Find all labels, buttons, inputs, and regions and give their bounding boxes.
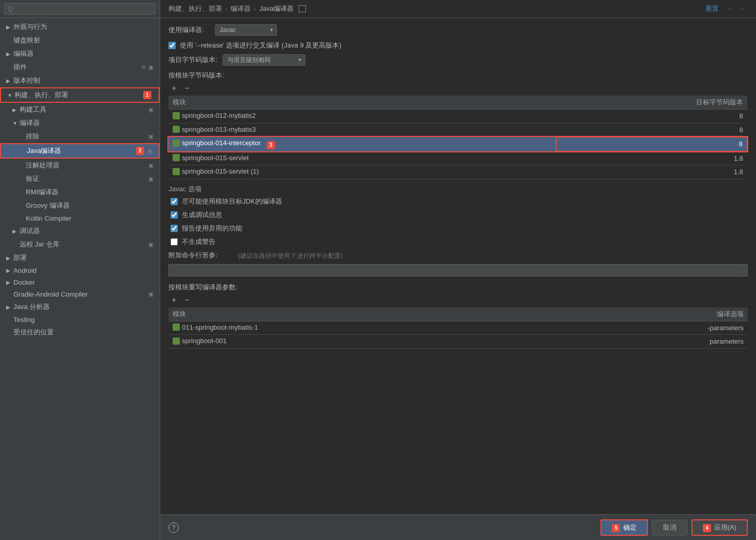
expand-arrow: ▶ [6,268,13,273]
table-row[interactable]: springboot-013-mybatis3 8 [168,123,747,137]
content-body: 使用编译器: Javac 使用 '--release' 选项进行交叉编译 (Ja… [160,18,756,514]
breadcrumb-part-1: 构建、执行、部署 [168,4,222,13]
sidebar-item-gradle-android[interactable]: Gradle-Android Compiler ▣ [0,288,160,300]
sidebar-item-label: Kotlin Compiler [26,214,153,222]
additional-params-label: 附加命令行形参: [168,251,218,260]
sidebar-item-validation[interactable]: 验证 ▣ [0,172,160,186]
bytecode-cell: 1.8 [556,151,747,165]
sidebar-item-label: RMI编译器 [26,188,153,197]
help-button[interactable]: ? [168,522,179,533]
sidebar-item-label: 受信任的位置 [13,328,153,337]
nav-forward-button[interactable]: → [737,5,748,13]
javac-option-label-2: 报告使用弃用的功能 [182,224,242,233]
nav-back-button[interactable]: ← [725,5,735,13]
search-input[interactable] [4,3,156,14]
sidebar-item-groovy-compiler[interactable]: Groovy 编译器 [0,199,160,212]
breadcrumb-part-3: Java编译器 [259,4,294,13]
sidebar-item-remote-jar[interactable]: 远程 Jar 仓库 ▣ [0,238,160,251]
override-row[interactable]: springboot-001 parameters [168,335,748,349]
override-module-cell: 011-springboot-mybatis-1 [168,321,561,335]
sidebar-item-label: Testing [13,316,153,323]
override-options-cell: parameters [561,335,748,349]
table-row[interactable]: springboot-015-servlet 1.8 [168,151,747,165]
override-module-icon: springboot-001 [173,337,227,345]
remove-module-button[interactable]: − [181,83,192,94]
badge-3: 3 [267,141,275,149]
mod-icon [173,112,180,119]
javac-option-row-0: 尽可能使用模块目标JDK的编译器 [171,197,748,206]
expand-icon: ⤢ [742,269,746,274]
settings-icon: ▣ [148,241,153,248]
module-icon: springboot-014-interceptor [173,139,260,147]
javac-option-row-3: 不生成警告 [171,237,748,246]
sidebar-item-java-analyzer[interactable]: ▶ Java 分析器 [0,300,160,314]
bytecode-select[interactable]: 与语言级别相同 [223,54,305,66]
cross-compile-checkbox[interactable] [168,42,176,49]
sidebar-item-android[interactable]: ▶ Android [0,265,160,276]
module-cell: springboot-014-interceptor 3 [168,137,556,152]
javac-option-checkbox-3[interactable] [171,238,178,245]
params-input[interactable] [168,264,748,276]
bytecode-cell: 8 [556,137,747,152]
sidebar-item-deployment[interactable]: ▶ 部署 [0,251,160,265]
sidebar-item-label: 远程 Jar 仓库 [20,240,146,249]
sidebar-item-exclude[interactable]: 排除 ▣ [0,130,160,143]
cancel-button[interactable]: 取消 [652,520,687,535]
javac-section-title: Javac 选项 [168,184,748,194]
table-row-selected[interactable]: springboot-014-interceptor 3 8 [168,137,747,152]
module-cell: springboot-013-mybatis3 [168,123,556,137]
sidebar-item-build-tools[interactable]: ▶ 构建工具 ▣ [0,103,160,116]
sidebar-item-trusted-locations[interactable]: 受信任的位置 [0,326,160,339]
sidebar-item-docker[interactable]: ▶ Docker [0,276,160,288]
module-icon: springboot-015-servlet [173,154,249,162]
javac-option-checkbox-0[interactable] [171,198,178,205]
breadcrumb-part-2: 编译器 [230,4,251,13]
table-row[interactable]: springboot-012-mybatis2 8 [168,110,747,124]
compiler-select[interactable]: Javac [215,24,277,36]
apply-button[interactable]: 4 应用(A) [691,519,748,536]
javac-option-checkbox-2[interactable] [171,225,178,232]
content-panel: 构建、执行、部署 › 编译器 › Java编译器 重置 ← → 使用编译器: [160,0,756,540]
confirm-button[interactable]: 5 确定 [600,519,648,536]
sidebar-item-rmi-compiler[interactable]: RMI编译器 [0,186,160,199]
nav-arrows: ← → [725,5,748,13]
javac-option-label-3: 不生成警告 [182,237,215,246]
bytecode-label: 项目字节码版本: [168,55,218,65]
sidebar-item-compiler-section[interactable]: ▼ 编译器 [0,116,160,130]
sidebar-item-build-exec-deploy[interactable]: ▼ 构建、执行、部署 1 [0,87,160,103]
sidebar-item-java-compiler[interactable]: Java编译器 2 ▣ [0,143,160,159]
sidebar-item-label: 排除 [26,132,146,141]
confirm-label: 确定 [623,523,637,531]
mod-icon [173,140,180,147]
settings-icon: ▣ [148,133,153,140]
add-override-button[interactable]: + [168,295,179,305]
additional-params-hint: (建议在路径中使用 '/' 进行跨平台配置) [238,252,343,260]
content-header: 构建、执行、部署 › 编译器 › Java编译器 重置 ← → [160,0,756,18]
module-cell: springboot-012-mybatis2 [168,110,556,124]
sidebar-item-appearance[interactable]: ▶ 外观与行为 [0,20,160,34]
remove-override-button[interactable]: − [181,295,192,305]
javac-option-checkbox-1[interactable] [171,211,178,219]
sidebar-item-debugger[interactable]: ▶ 调试器 [0,224,160,238]
sidebar-item-kotlin-compiler[interactable]: Kotlin Compiler [0,212,160,224]
sidebar-item-keymap[interactable]: 键盘映射 [0,34,160,47]
settings-icon: ▣ [148,291,153,298]
bytecode-select-wrapper: 与语言级别相同 [223,54,305,66]
sidebar-list: ▶ 外观与行为 键盘映射 ▶ 编辑器 插件 ⚙ ▣ ▶ [0,18,160,540]
sidebar-item-label: Android [13,267,153,274]
override-options-cell: -parameters [561,321,748,335]
badge-1: 1 [143,91,151,99]
settings-icon: ▣ [147,148,152,155]
sidebar-item-annotation-processor[interactable]: 注解处理器 ▣ [0,159,160,172]
sidebar-item-vcs[interactable]: ▶ 版本控制 [0,74,160,87]
reset-link[interactable]: 重置 [705,4,719,13]
sidebar-item-label: 插件 [13,63,139,72]
override-row[interactable]: 011-springboot-mybatis-1 -parameters [168,321,748,335]
sidebar-item-editor[interactable]: ▶ 编辑器 [0,47,160,60]
module-icon: springboot-013-mybatis3 [173,126,256,133]
table-row[interactable]: springboot-015-servlet (1) 1.8 [168,165,747,179]
sidebar-item-testing[interactable]: Testing [0,314,160,326]
javac-option-label-1: 生成调试信息 [182,210,222,220]
sidebar-item-plugins[interactable]: 插件 ⚙ ▣ [0,60,160,74]
add-module-button[interactable]: + [168,83,179,94]
